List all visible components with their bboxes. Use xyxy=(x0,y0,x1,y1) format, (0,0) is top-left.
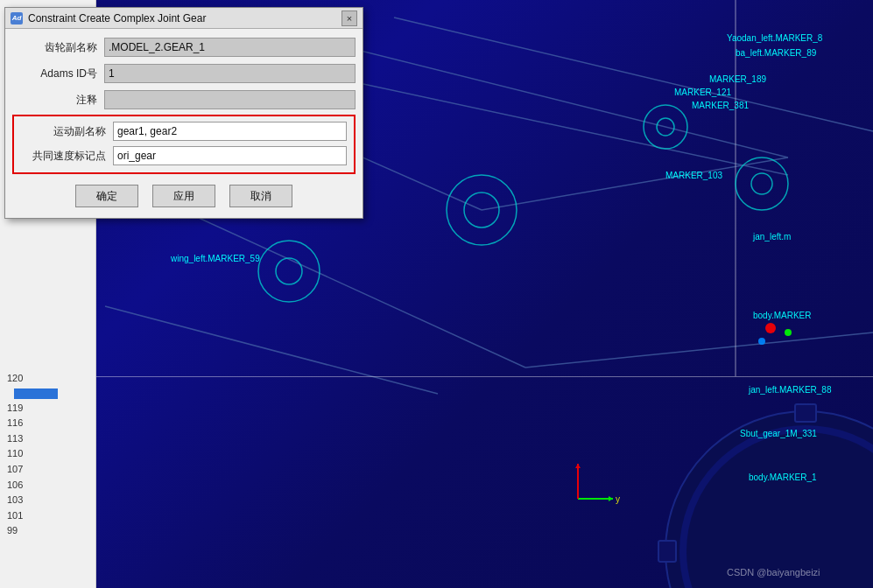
motion-name-input[interactable] xyxy=(113,122,347,141)
common-speed-label: 共同速度标记点 xyxy=(21,149,113,164)
note-input[interactable] xyxy=(104,90,356,109)
gear-name-row: 齿轮副名称 xyxy=(5,36,363,59)
svg-point-12 xyxy=(276,258,302,284)
sidebar-num-9: 101 xyxy=(7,508,88,524)
dialog-body: 齿轮副名称 Adams ID号 注释 运动副名称 共同速度标记点 xyxy=(5,29,363,218)
note-row: 注释 xyxy=(5,88,363,111)
sidebar-numbers: 120 119 116 113 110 107 106 103 101 99 xyxy=(0,368,95,542)
cancel-button[interactable]: 取消 xyxy=(229,185,292,207)
marker-label-11: Sbut_gear_1M_331 xyxy=(740,429,817,438)
marker-label-5: MARKER_381 xyxy=(692,101,749,110)
marker-label-4: MARKER_121 xyxy=(674,88,731,97)
adams-id-row: Adams ID号 xyxy=(5,62,363,85)
sidebar-num-5: 110 xyxy=(7,446,88,462)
red-outline-group: 运动副名称 共同速度标记点 xyxy=(12,115,356,174)
svg-marker-25 xyxy=(609,496,613,501)
svg-point-29 xyxy=(785,329,792,336)
adams-id-label: Adams ID号 xyxy=(12,66,104,81)
sidebar-num-3: 116 xyxy=(7,416,88,431)
dialog-titlebar: Ad Constraint Create Complex Joint Gear … xyxy=(5,8,363,29)
svg-point-30 xyxy=(758,338,765,345)
marker-label-1: Yaodan_left.MARKER_8 xyxy=(727,33,822,43)
svg-point-13 xyxy=(736,158,788,210)
svg-line-7 xyxy=(525,332,873,368)
ok-button[interactable]: 确定 xyxy=(75,185,138,207)
sidebar-num-8: 103 xyxy=(7,493,88,508)
watermark: CSDN @baiyangbeizi xyxy=(727,567,820,578)
gear-name-input[interactable] xyxy=(104,38,356,57)
dialog-buttons: 确定 应用 取消 xyxy=(5,178,363,213)
marker-label-9: body.MARKER xyxy=(753,311,812,320)
marker-label-10: jan_left.MARKER_88 xyxy=(749,385,832,395)
sidebar-num-10: 99 xyxy=(7,523,88,539)
sidebar-num-6: 107 xyxy=(7,462,88,478)
dialog-icon: Ad xyxy=(11,12,23,24)
svg-point-14 xyxy=(751,173,772,194)
svg-point-11 xyxy=(258,241,320,302)
motion-name-row: 运动副名称 xyxy=(14,120,354,143)
note-label: 注释 xyxy=(12,93,104,108)
marker-label-2: ba_left.MARKER_89 xyxy=(736,48,816,58)
marker-label-6: MARKER_103 xyxy=(665,171,722,180)
sidebar-num-4: 113 xyxy=(7,431,88,447)
svg-line-2 xyxy=(105,306,438,394)
common-speed-input[interactable] xyxy=(113,146,347,165)
adams-id-input[interactable] xyxy=(104,64,356,83)
dialog-title: Constraint Create Complex Joint Gear xyxy=(28,12,206,24)
viewport-divider xyxy=(96,376,873,377)
svg-line-6 xyxy=(482,158,788,210)
marker-label-12: body.MARKER_1 xyxy=(749,472,817,482)
svg-rect-21 xyxy=(658,541,676,562)
marker-label-7: wing_left.MARKER_59 xyxy=(171,254,260,263)
dialog-title-left: Ad Constraint Create Complex Joint Gear xyxy=(11,12,206,24)
motion-name-label: 运动副名称 xyxy=(21,124,113,139)
apply-button[interactable]: 应用 xyxy=(152,185,215,207)
sidebar-num-1: 120 xyxy=(7,371,88,387)
sidebar-num-2: 119 xyxy=(7,401,88,416)
dialog-close-button[interactable]: × xyxy=(341,10,357,26)
common-speed-row: 共同速度标记点 xyxy=(14,144,354,167)
svg-marker-26 xyxy=(575,464,581,468)
gear-name-label: 齿轮副名称 xyxy=(12,40,104,55)
marker-label-8: jan_left.m xyxy=(753,232,791,242)
svg-text:y: y xyxy=(616,494,620,504)
sidebar-bar xyxy=(14,388,58,399)
constraint-gear-dialog: Ad Constraint Create Complex Joint Gear … xyxy=(4,7,363,219)
svg-point-28 xyxy=(765,323,776,333)
sidebar-num-7: 106 xyxy=(7,478,88,494)
marker-label-3: MARKER_189 xyxy=(709,74,766,84)
svg-rect-19 xyxy=(795,404,816,422)
